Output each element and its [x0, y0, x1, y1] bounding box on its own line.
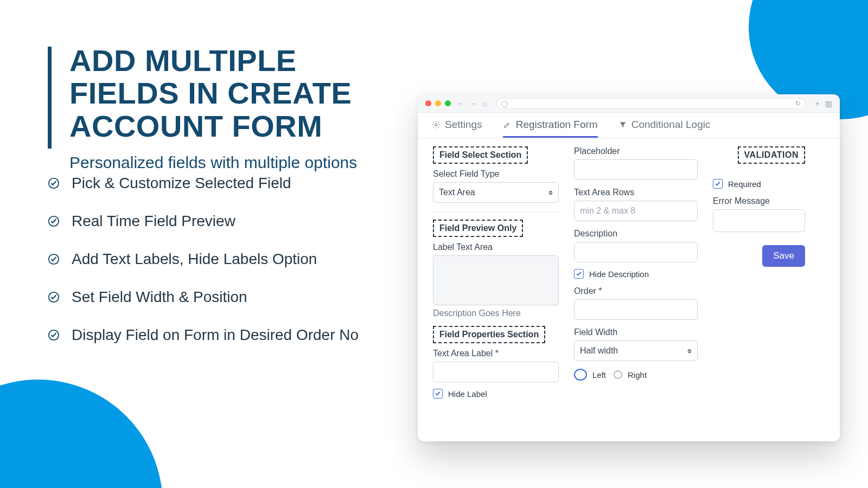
feature-list: Pick & Customize Selected Field Real Tim… — [48, 175, 395, 364]
required-checkbox[interactable] — [713, 179, 723, 189]
filter-icon — [618, 120, 627, 129]
tab-conditional-logic[interactable]: Conditional Logic — [618, 119, 711, 138]
tabs-icon[interactable]: ▥ — [825, 99, 832, 108]
tab-label: Conditional Logic — [631, 119, 711, 131]
section-title-field-select: Field Select Section — [433, 146, 528, 164]
divider — [433, 211, 559, 212]
section-title-validation: VALIDATION — [738, 146, 805, 164]
url-bar[interactable]: ↻ — [496, 98, 805, 109]
list-item: Add Text Labels, Hide Labels Option — [48, 251, 395, 268]
check-circle-icon — [48, 253, 60, 265]
order-label: Order * — [574, 286, 698, 296]
reload-icon[interactable]: ↻ — [795, 100, 801, 107]
traffic-lights — [425, 100, 451, 106]
form-editor: Field Select Section Select Field Type T… — [418, 139, 840, 441]
hide-label-text: Hide Label — [448, 389, 487, 399]
text-area-label-input[interactable] — [433, 362, 559, 382]
nav-back-icon[interactable]: ← — [456, 99, 464, 108]
field-width-dropdown[interactable]: Half width — [574, 341, 698, 361]
description-input[interactable] — [574, 242, 698, 262]
select-field-type-value: Text Area — [439, 188, 475, 197]
window-titlebar: ← → ⌂ ↻ + ▥ — [418, 94, 840, 113]
text-area-label-label: Text Area Label * — [433, 349, 559, 358]
hide-description-checkbox[interactable] — [574, 269, 584, 279]
tab-registration-form[interactable]: Registration Form — [503, 119, 598, 138]
maximize-window-icon[interactable] — [445, 100, 451, 106]
description-label: Description — [574, 229, 698, 239]
list-item: Pick & Customize Selected Field — [48, 175, 395, 192]
accent-bar — [48, 47, 52, 149]
close-window-icon[interactable] — [425, 100, 431, 106]
page-title-line2: ACCOUNT FORM — [69, 109, 322, 143]
decorative-blob-bottom-left — [0, 380, 163, 488]
tab-settings[interactable]: Settings — [432, 119, 482, 138]
label-text-area-label: Label Text Area — [433, 242, 559, 252]
text-area-rows-input[interactable]: min 2 & max 8 — [574, 201, 698, 221]
align-right-label: Right — [628, 370, 647, 380]
home-icon[interactable]: ⌂ — [482, 99, 487, 108]
align-right-radio[interactable] — [614, 370, 622, 379]
feature-text: Real Time Field Preview — [72, 213, 235, 230]
feature-text: Set Field Width & Position — [72, 288, 247, 306]
section-title-field-preview: Field Preview Only — [433, 220, 523, 237]
placeholder-label: Placeholder — [574, 146, 698, 156]
column-validation: VALIDATION Required Error Message Save — [713, 146, 805, 436]
tab-bar: Settings Registration Form Conditional L… — [418, 113, 840, 139]
svg-point-5 — [435, 124, 437, 126]
check-circle-icon — [48, 329, 60, 341]
minimize-window-icon[interactable] — [435, 100, 441, 106]
chevron-sort-icon — [687, 349, 692, 354]
page-title-line1: ADD MULTIPLE FIELDS IN CREATE — [69, 43, 352, 110]
page-subtitle: Personalized fields with multiple option… — [69, 153, 395, 172]
check-circle-icon — [48, 291, 60, 303]
hide-label-checkbox[interactable] — [433, 389, 443, 399]
feature-text: Pick & Customize Selected Field — [72, 175, 291, 192]
hide-description-text: Hide Description — [589, 269, 649, 279]
app-window: ← → ⌂ ↻ + ▥ Settings Registration Form C… — [418, 94, 840, 441]
feature-text: Add Text Labels, Hide Labels Option — [72, 251, 317, 268]
page-title: ADD MULTIPLE FIELDS IN CREATE ACCOUNT FO… — [69, 44, 395, 143]
gear-icon — [432, 120, 441, 129]
list-item: Set Field Width & Position — [48, 288, 395, 306]
placeholder-input[interactable] — [574, 159, 698, 180]
field-width-label: Field Width — [574, 328, 698, 337]
edit-icon — [503, 120, 512, 129]
tab-label: Registration Form — [516, 119, 598, 131]
new-tab-icon[interactable]: + — [815, 99, 820, 108]
error-message-label: Error Message — [713, 196, 805, 206]
error-message-input[interactable] — [713, 209, 805, 232]
section-title-field-properties: Field Properties Section — [433, 326, 545, 343]
tab-label: Settings — [445, 119, 482, 131]
order-input[interactable] — [574, 299, 698, 320]
column-field-select-preview-props: Field Select Section Select Field Type T… — [433, 146, 559, 436]
list-item: Real Time Field Preview — [48, 213, 395, 230]
list-item: Display Field on Form in Desired Order N… — [48, 326, 395, 344]
align-left-radio[interactable] — [574, 369, 587, 381]
check-circle-icon — [48, 177, 60, 189]
check-circle-icon — [48, 215, 60, 227]
required-label: Required — [728, 179, 761, 189]
chevron-sort-icon — [548, 190, 553, 195]
align-left-label: Left — [592, 370, 606, 380]
field-width-value: Half width — [580, 346, 618, 356]
column-placeholder-rows-description-order-width: Placeholder Text Area Rows min 2 & max 8… — [574, 146, 698, 436]
save-button[interactable]: Save — [762, 245, 805, 267]
preview-description-hint: Description Goes Here — [433, 309, 559, 318]
feature-text: Display Field on Form in Desired Order N… — [72, 326, 359, 344]
label-text-area-preview — [433, 255, 559, 305]
nav-forward-icon[interactable]: → — [469, 99, 477, 108]
text-area-rows-label: Text Area Rows — [574, 188, 698, 197]
select-field-type-dropdown[interactable]: Text Area — [433, 182, 559, 203]
select-field-type-label: Select Field Type — [433, 169, 559, 179]
